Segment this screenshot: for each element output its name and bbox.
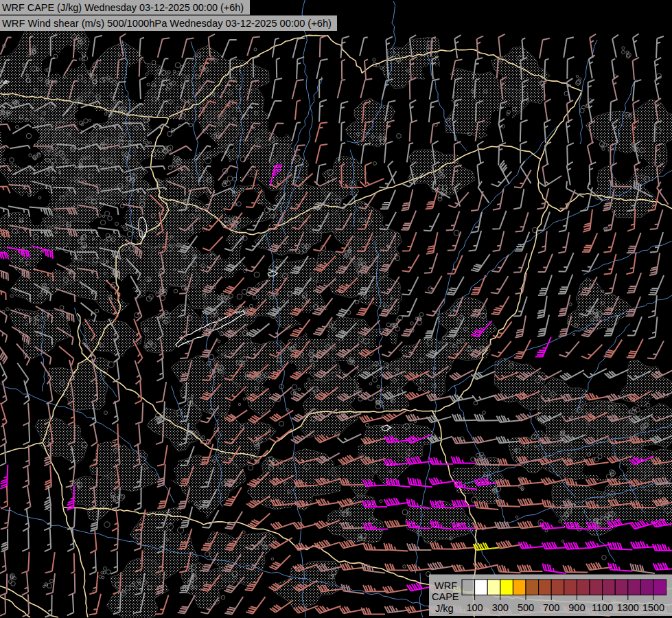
svg-text:700: 700 (543, 602, 559, 613)
svg-text:100: 100 (466, 602, 483, 613)
svg-text:J/kg: J/kg (435, 603, 454, 614)
svg-text:500: 500 (518, 602, 534, 613)
svg-text:1500: 1500 (642, 602, 664, 613)
svg-text:WRF CAPE (J/kg) Wednesday 03-1: WRF CAPE (J/kg) Wednesday 03-12-2025 00:… (2, 1, 244, 13)
svg-text:300: 300 (492, 602, 509, 613)
svg-text:900: 900 (568, 602, 585, 613)
svg-text:WRF Wind shear (m/s) 500/1000h: WRF Wind shear (m/s) 500/1000hPa Wednesd… (2, 17, 332, 29)
svg-text:CAPE: CAPE (432, 591, 459, 602)
svg-text:1100: 1100 (592, 602, 613, 613)
svg-text:1300: 1300 (617, 602, 639, 613)
svg-text:Aa: Aa (0, 78, 8, 85)
svg-text:WRF: WRF (435, 580, 457, 591)
